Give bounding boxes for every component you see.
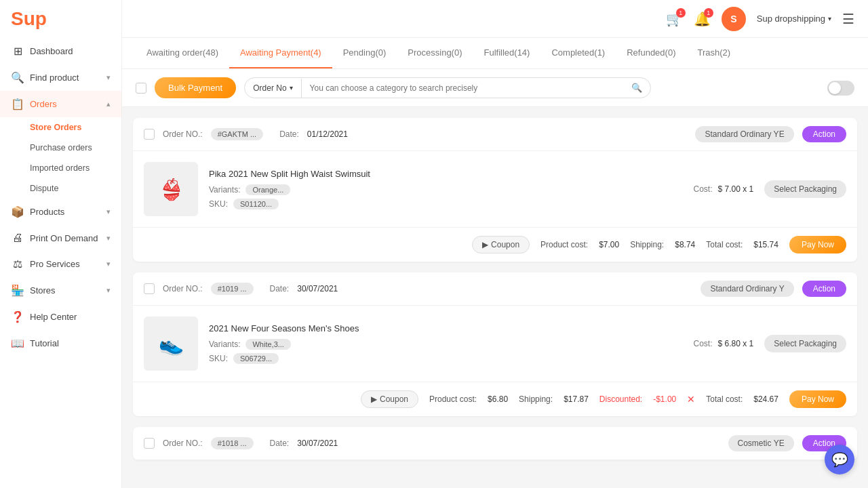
sidebar-item-orders[interactable]: 📋 Orders ▴ — [0, 91, 121, 117]
order-type-badge: Standard Ordinary YE — [695, 126, 793, 142]
sidebar-sub-store-orders[interactable]: Store Orders — [0, 117, 121, 138]
tab-awaiting-order[interactable]: Awaiting order(48) — [136, 38, 229, 68]
pay-now-button[interactable]: Pay Now — [789, 236, 846, 253]
action-button[interactable]: Action — [802, 281, 846, 297]
order-footer: ▶ Coupon Product cost: $7.00 Shipping: $… — [133, 227, 857, 262]
sidebar-item-tutorial[interactable]: 📖 Tutorial — [0, 330, 121, 357]
total-cost-value: $24.67 — [753, 394, 778, 404]
tab-completed[interactable]: Completed(1) — [540, 38, 616, 68]
tab-refunded[interactable]: Refunded(0) — [616, 38, 686, 68]
sidebar-item-pro-services[interactable]: ⚖ Pro Services ▾ — [0, 251, 121, 277]
cost-section: Cost: $ 6.80 x 1 — [694, 339, 754, 348]
product-cost-value: $7.00 — [599, 240, 619, 249]
total-label: Total cost: — [706, 394, 743, 404]
chevron-down-icon: ▾ — [828, 15, 831, 22]
shipping-label: Shipping: — [519, 394, 553, 404]
chevron-down-icon: ▾ — [106, 260, 111, 268]
sidebar-item-dashboard[interactable]: ⊞ Dashboard — [0, 38, 121, 64]
toggle-switch[interactable] — [827, 81, 854, 96]
hamburger-icon[interactable]: ☰ — [842, 11, 854, 27]
order-type-badge: Cosmetic YE — [728, 435, 794, 451]
product-meta: Variants: Orange... SKU: S01120... — [209, 184, 683, 209]
order-no-label: Order NO.: — [163, 439, 203, 448]
toggle-knob — [829, 82, 841, 94]
product-info: 2021 New Four Seasons Men's Shoes Varian… — [209, 323, 683, 364]
chat-bubble[interactable]: 💬 — [825, 445, 854, 474]
sidebar-sub-dispute[interactable]: Dispute — [0, 178, 121, 199]
cart-icon[interactable]: 🛒 1 — [666, 11, 683, 27]
variant-label: Variants: — [209, 340, 240, 349]
pay-now-button[interactable]: Pay Now — [789, 390, 846, 408]
search-icon[interactable]: 🔍 — [623, 78, 650, 98]
tab-pending[interactable]: Pending(0) — [332, 38, 397, 68]
chevron-down-icon: ▾ — [106, 207, 111, 216]
tab-processing[interactable]: Processing(0) — [397, 38, 473, 68]
date-label: Date: — [279, 129, 299, 139]
sidebar-item-stores[interactable]: 🏪 Stores ▾ — [0, 277, 121, 304]
total-cost-value: $15.74 — [753, 240, 778, 249]
avatar[interactable]: S — [722, 7, 746, 31]
variant-badge[interactable]: White,3... — [245, 339, 290, 350]
select-packaging-button[interactable]: Select Packaging — [764, 180, 846, 198]
sidebar-item-label: Dashboard — [30, 46, 73, 56]
app-logo: Sup — [11, 8, 47, 30]
print-icon: 🖨 — [11, 232, 24, 244]
products-icon: 📦 — [11, 205, 24, 218]
coupon-arrow-icon: ▶ — [371, 394, 377, 404]
select-all-checkbox[interactable] — [136, 83, 146, 94]
main-content: Awaiting order(48) Awaiting Payment(4) P… — [122, 38, 868, 488]
tab-awaiting-payment[interactable]: Awaiting Payment(4) — [229, 38, 332, 68]
chevron-down-icon: ▾ — [106, 73, 111, 82]
coupon-button[interactable]: ▶ Coupon — [361, 390, 418, 408]
order-type-badge: Standard Ordinary Y — [701, 281, 793, 297]
bulk-payment-button[interactable]: Bulk Payment — [155, 77, 236, 98]
sku-row: SKU: S06729... — [209, 353, 683, 364]
order-number[interactable]: #1019 ... — [211, 283, 254, 295]
variant-row: Variants: White,3... — [209, 339, 683, 350]
sidebar-item-print-on-demand[interactable]: 🖨 Print On Demand ▾ — [0, 225, 121, 251]
cost-value: $ 7.00 x 1 — [718, 184, 754, 194]
order-checkbox[interactable] — [144, 283, 155, 294]
sidebar-item-label: Stores — [30, 285, 56, 296]
order-tabs: Awaiting order(48) Awaiting Payment(4) P… — [122, 38, 868, 69]
sidebar-sub-purchase-orders[interactable]: Purchase orders — [0, 138, 121, 158]
order-no-label: Order NO.: — [163, 129, 203, 139]
sidebar-item-label: Tutorial — [30, 338, 59, 348]
cost-label: Cost: — [694, 339, 713, 348]
variant-badge[interactable]: Orange... — [245, 184, 290, 195]
tab-trash[interactable]: Trash(2) — [686, 38, 741, 68]
product-cost-value: $6.80 — [488, 394, 508, 404]
orders-list: Order NO.: #GAKTM ... Date: 01/12/2021 S… — [122, 107, 868, 471]
order-body: 👙 Pika 2021 New Split High Waist Swimsui… — [133, 151, 857, 227]
sidebar-item-find-product[interactable]: 🔍 Find product ▾ — [0, 64, 121, 91]
order-number[interactable]: #GAKTM ... — [211, 128, 263, 140]
search-category-selector[interactable]: Order No ▾ — [245, 79, 301, 98]
order-header: Order NO.: #GAKTM ... Date: 01/12/2021 S… — [133, 118, 857, 151]
order-number[interactable]: #1018 ... — [211, 437, 254, 449]
select-packaging-button[interactable]: Select Packaging — [764, 335, 846, 352]
tutorial-icon: 📖 — [11, 337, 24, 350]
tab-fulfilled[interactable]: Fulfilled(14) — [473, 38, 541, 68]
coupon-arrow-icon: ▶ — [482, 240, 488, 249]
product-image: 👙 — [144, 162, 198, 216]
store-selector[interactable]: Sup dropshipping ▾ — [757, 14, 831, 24]
notification-badge: 1 — [704, 8, 713, 18]
coupon-button[interactable]: ▶ Coupon — [472, 236, 530, 253]
cost-section: Cost: $ 7.00 x 1 — [694, 184, 754, 194]
discounted-label: Discounted: — [599, 394, 642, 404]
dashboard-icon: ⊞ — [11, 45, 24, 58]
order-no-label: Order NO.: — [163, 284, 203, 293]
notification-icon[interactable]: 🔔 1 — [694, 11, 711, 27]
order-checkbox[interactable] — [144, 129, 155, 140]
product-name: Pika 2021 New Split High Waist Swimsuit — [209, 169, 683, 179]
sidebar-item-help-center[interactable]: ❓ Help Center — [0, 304, 121, 330]
sidebar-sub-imported-orders[interactable]: Imported orders — [0, 158, 121, 178]
chevron-down-icon: ▾ — [106, 234, 111, 243]
close-icon[interactable]: ✕ — [687, 394, 695, 405]
sku-badge[interactable]: S01120... — [233, 199, 279, 209]
sku-badge[interactable]: S06729... — [233, 353, 279, 364]
action-button[interactable]: Action — [802, 126, 846, 142]
sidebar-item-products[interactable]: 📦 Products ▾ — [0, 199, 121, 225]
order-checkbox[interactable] — [144, 438, 155, 449]
search-input[interactable] — [302, 79, 624, 98]
